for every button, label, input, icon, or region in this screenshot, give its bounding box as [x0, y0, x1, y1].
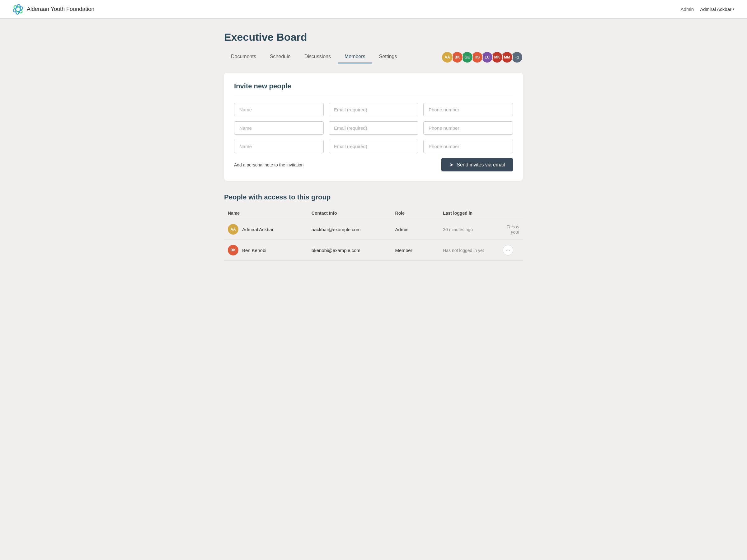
send-icon: ➤ [449, 162, 454, 168]
col-header-name: Name [224, 208, 308, 219]
navbar-right: Admin Admiral Ackbar ▾ [681, 6, 735, 12]
avatar-group: AABKGEHSLCMKMM+1 [441, 51, 523, 63]
invite-card: Invite new people Add a personal note to… [224, 73, 523, 181]
brand-logo-icon [12, 4, 24, 15]
col-header-last-logged-in: Last logged in [439, 208, 499, 219]
invite-row-2 [234, 121, 513, 135]
person-avatar: AA [228, 224, 238, 235]
card-footer: Add a personal note to the invitation ➤ … [234, 158, 513, 171]
person-name-cell: AA Admiral Ackbar [228, 224, 304, 235]
send-invites-label: Send invites via email [457, 162, 505, 168]
people-table: Name Contact Info Role Last logged in AA… [224, 208, 523, 261]
person-email: bkenobi@example.com [312, 248, 360, 253]
tab-settings[interactable]: Settings [372, 51, 404, 63]
table-body: AA Admiral Ackbar aackbar@example.com Ad… [224, 219, 523, 261]
person-role: Member [395, 248, 412, 253]
tab-discussions[interactable]: Discussions [298, 51, 338, 63]
chevron-down-icon: ▾ [733, 7, 735, 11]
tab-schedule[interactable]: Schedule [263, 51, 298, 63]
person-avatar: BK [228, 245, 238, 256]
email-input-2[interactable] [329, 121, 418, 135]
table-row: BK Ben Kenobi bkenobi@example.com Member… [224, 240, 523, 261]
last-logged-in: Has not logged in yet [443, 248, 484, 253]
invite-row-1 [234, 103, 513, 116]
card-divider [234, 96, 513, 96]
page-title: Executive Board [224, 31, 523, 43]
invite-row-3 [234, 140, 513, 153]
phone-input-3[interactable] [423, 140, 513, 153]
name-input-3[interactable] [234, 140, 324, 153]
col-header-action [499, 208, 523, 219]
send-invites-button[interactable]: ➤ Send invites via email [441, 158, 513, 171]
tab-documents[interactable]: Documents [224, 51, 263, 63]
phone-input-1[interactable] [423, 103, 513, 116]
add-note-button[interactable]: Add a personal note to the invitation [234, 162, 304, 167]
person-name-cell: BK Ben Kenobi [228, 245, 304, 256]
person-name: Ben Kenobi [242, 248, 266, 253]
people-section-title: People with access to this group [224, 193, 523, 201]
tab-members[interactable]: Members [338, 51, 372, 63]
tabs: Documents Schedule Discussions Members S… [224, 51, 404, 63]
phone-input-2[interactable] [423, 121, 513, 135]
navbar: Alderaan Youth Foundation Admin Admiral … [0, 0, 747, 19]
user-menu[interactable]: Admiral Ackbar ▾ [700, 6, 735, 12]
person-name: Admiral Ackbar [242, 227, 274, 232]
this-is-you-label: This is you! [507, 224, 519, 235]
person-email: aackbar@example.com [312, 227, 361, 232]
col-header-role: Role [391, 208, 439, 219]
person-role: Admin [395, 227, 409, 232]
email-input-1[interactable] [329, 103, 418, 116]
user-name: Admiral Ackbar [700, 6, 731, 12]
brand-name: Alderaan Youth Foundation [27, 6, 94, 12]
table-header: Name Contact Info Role Last logged in [224, 208, 523, 219]
col-header-contact: Contact Info [308, 208, 391, 219]
name-input-1[interactable] [234, 103, 324, 116]
brand: Alderaan Youth Foundation [12, 4, 94, 15]
tabs-row: Documents Schedule Discussions Members S… [224, 51, 523, 63]
invite-card-title: Invite new people [234, 82, 513, 90]
table-row: AA Admiral Ackbar aackbar@example.com Ad… [224, 219, 523, 240]
last-logged-in: 30 minutes ago [443, 227, 473, 232]
admin-link[interactable]: Admin [681, 6, 694, 12]
more-options-button[interactable]: ··· [503, 245, 513, 256]
avatar-aa[interactable]: AA [441, 51, 453, 63]
email-input-3[interactable] [329, 140, 418, 153]
main-content: Executive Board Documents Schedule Discu… [218, 19, 529, 279]
name-input-2[interactable] [234, 121, 324, 135]
